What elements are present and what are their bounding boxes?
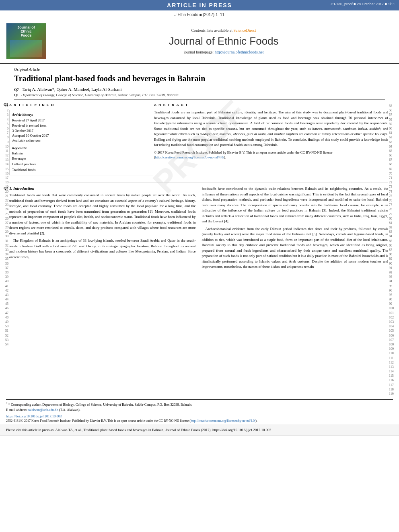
authors-text: Tariq A. Alalwan*, Qaher A. Mandeel, Lay… (22, 87, 121, 92)
email-link[interactable]: talalwan@uob.edu.bh (28, 408, 58, 412)
journal-title-block: Contents lists available at ScienceDirec… (54, 28, 393, 54)
received-text: Received 27 April 2017 (12, 118, 150, 123)
journal-header: Journal ofEthnicFoods Contents lists ava… (0, 19, 399, 64)
keyword-cultural: Cultural practices (12, 162, 150, 167)
logo-text: Journal ofEthnicFoods (17, 25, 35, 37)
q3-marker: Q3 (4, 186, 8, 190)
history-label: Article history: (12, 113, 150, 117)
abstract-column: A B S T R A C T Traditional foods are an… (154, 102, 388, 179)
body-section: Q3 1. Introduction Traditional foods are… (9, 183, 388, 272)
journal-homepage: journal homepage: http://journalofethnic… (54, 50, 393, 54)
online-text: Available online xxx (12, 138, 150, 144)
authors: Q7 Tariq A. Alalwan*, Qaher A. Mandeel, … (14, 87, 385, 92)
keyword-beverages: Beverages (12, 156, 150, 162)
issn-cc-link[interactable]: http://creativecommons.org/licenses/by-n… (191, 419, 255, 423)
abstract-header: A B S T R A C T (154, 102, 388, 108)
intro-title: 1. Introduction (9, 186, 196, 191)
journal-logo: Journal ofEthnicFoods (6, 23, 46, 59)
cc-license-link[interactable]: http://creativecommons.org/licenses/by-n… (155, 155, 224, 159)
article-body: Q2 A R T I C L E I N F O Article history… (9, 102, 388, 396)
q7-marker: Q7 (14, 88, 19, 92)
homepage-url[interactable]: http://journalofethnicfoods.net (215, 50, 264, 54)
left-line-numbers: 1 2 3 4 5 6 7 8 9 10 11 12 13 14 15 16 1… (2, 104, 9, 396)
affiliation-text: Department of Biology, College of Scienc… (21, 93, 179, 97)
doi-area: https://doi.org/10.1016/j.jef.2017.10.00… (6, 414, 393, 423)
journal-ref-line: J Ethn Foods ■ (2017) 1–11 (175, 12, 224, 17)
banner-title: ARTICLE IN PRESS (167, 2, 232, 8)
article-title: Traditional plant-based foods and bevera… (14, 73, 385, 84)
intro-col2-text: foodstuffs have contributed to the dynam… (202, 186, 389, 270)
accepted-text: Accepted 10 October 2017 (12, 133, 150, 138)
article-info-block: Article history: Received 27 April 2017 … (9, 110, 153, 175)
intro-col1-text: Traditional foods are foods that were co… (9, 193, 196, 260)
q2-marker: Q2 (4, 103, 8, 107)
sciencedirect-anchor[interactable]: ScienceDirect (233, 28, 256, 33)
revised-text: Received in revised form (12, 123, 150, 128)
affiliation: Q1 Department of Biology, College of Sci… (14, 93, 385, 97)
doi-link[interactable]: https://doi.org/10.1016/j.jef.2017.10.00… (6, 414, 62, 418)
email-note: E-mail address: talalwan@uob.edu.bh (T.A… (6, 407, 393, 413)
revised-date: 3 October 2017 (12, 128, 150, 134)
keywords-label: Keywords: (12, 146, 150, 150)
body-col-left: Q3 1. Introduction Traditional foods are… (9, 186, 196, 272)
corresponding-note: * * Corresponding author. Department of … (6, 401, 393, 407)
keyword-bahrain: Bahrain (12, 151, 150, 156)
article-info-header: A R T I C L E I N F O (9, 102, 153, 108)
article-info-column: A R T I C L E I N F O Article history: R… (9, 102, 153, 179)
journal-main-title: Journal of Ethnic Foods (54, 35, 393, 47)
issn-text: 2352-6181/© 2017 Korea Food Research Ins… (6, 419, 393, 423)
abstract-text: Traditional foods are an important part … (154, 110, 388, 148)
footnote-area: * * Corresponding author. Department of … (6, 399, 393, 412)
bottom-citation-bar: Please cite this article in press as: Al… (0, 425, 399, 436)
copyright-text: © 2017 Korea Food Research Institute. Pu… (154, 150, 388, 160)
article-in-press-banner: ARTICLE IN PRESS JEF130_proof ■ 28 Octob… (0, 0, 399, 10)
banner-meta: JEF130_proof ■ 28 October 2017 ■ 1/11 (330, 2, 395, 6)
sciencedirect-link: Contents lists available at ScienceDirec… (54, 28, 393, 33)
keyword-traditional: Traditional foods (12, 167, 150, 173)
right-line-numbers: 55 56 57 58 59 60 61 62 63 64 65 66 67 6… (388, 104, 397, 396)
body-col-right: foodstuffs have contributed to the dynam… (202, 186, 389, 272)
article-type-label: Original Article (14, 67, 385, 72)
citation-text: Please cite this article in press as: Al… (6, 428, 271, 432)
q1-marker: Q1 (14, 93, 19, 97)
